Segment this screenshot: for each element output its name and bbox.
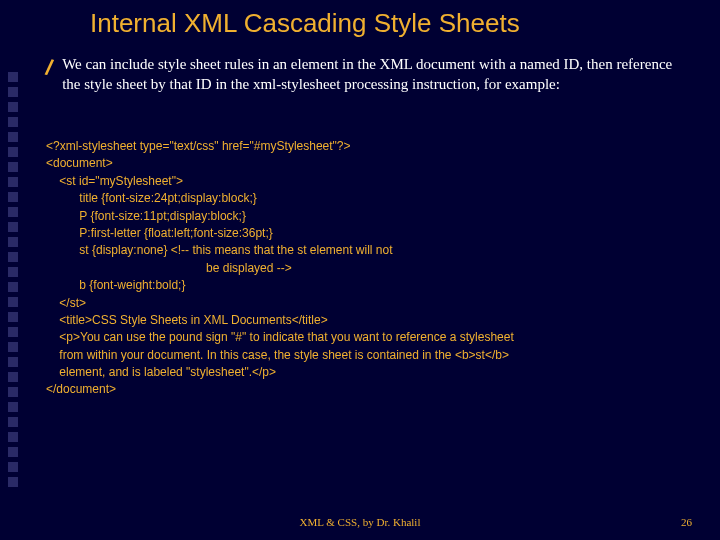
square-icon <box>8 252 18 262</box>
square-icon <box>8 387 18 397</box>
bullet-icon: / <box>43 57 54 80</box>
decorative-squares <box>8 72 22 487</box>
square-icon <box>8 162 18 172</box>
square-icon <box>8 177 18 187</box>
footer-text: XML & CSS, by Dr. Khalil <box>0 516 720 528</box>
square-icon <box>8 87 18 97</box>
square-icon <box>8 432 18 442</box>
square-icon <box>8 357 18 367</box>
square-icon <box>8 297 18 307</box>
square-icon <box>8 327 18 337</box>
square-icon <box>8 447 18 457</box>
square-icon <box>8 402 18 412</box>
square-icon <box>8 117 18 127</box>
square-icon <box>8 192 18 202</box>
square-icon <box>8 207 18 217</box>
square-icon <box>8 417 18 427</box>
code-block: <?xml-stylesheet type="text/css" href="#… <box>46 138 690 399</box>
intro-text: We can include style sheet rules in an e… <box>62 55 690 94</box>
square-icon <box>8 147 18 157</box>
square-icon <box>8 462 18 472</box>
square-icon <box>8 372 18 382</box>
square-icon <box>8 237 18 247</box>
square-icon <box>8 222 18 232</box>
bullet-row: / We can include style sheet rules in an… <box>46 55 690 94</box>
square-icon <box>8 102 18 112</box>
slide-title: Internal XML Cascading Style Sheets <box>90 8 520 39</box>
square-icon <box>8 132 18 142</box>
square-icon <box>8 312 18 322</box>
square-icon <box>8 72 18 82</box>
page-number: 26 <box>681 516 692 528</box>
square-icon <box>8 477 18 487</box>
square-icon <box>8 267 18 277</box>
square-icon <box>8 282 18 292</box>
square-icon <box>8 342 18 352</box>
